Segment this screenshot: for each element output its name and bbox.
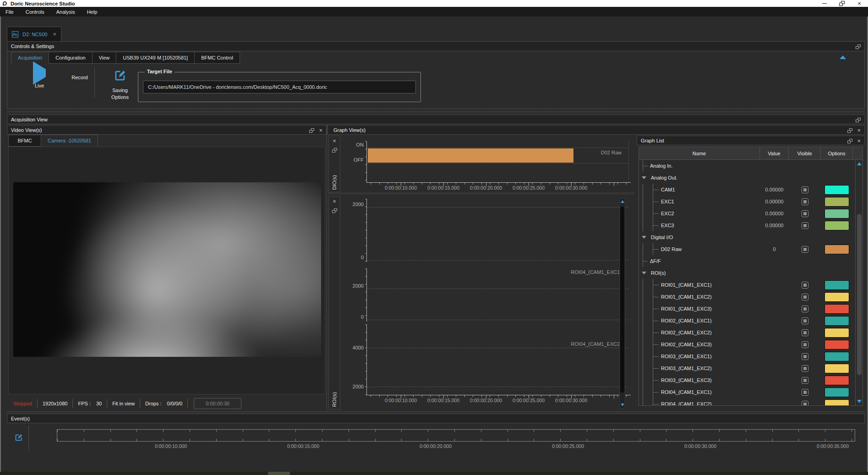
graph-splitter[interactable] xyxy=(328,193,634,195)
graph-list-row[interactable]: Digital I/O xyxy=(639,231,855,243)
saving-options-button[interactable]: Saving Options xyxy=(99,69,141,101)
graph-list-row[interactable]: ROI02_(CAM1_EXC1) xyxy=(639,315,855,327)
color-swatch[interactable] xyxy=(824,292,849,302)
color-swatch[interactable] xyxy=(824,399,849,406)
graph-scrollbar[interactable] xyxy=(619,198,625,409)
document-tab-nc500[interactable]: D2: NC500 × xyxy=(7,27,61,41)
graph-list-row[interactable]: ROI03_(CAM1_EXC2) xyxy=(639,362,855,374)
restore-button[interactable] xyxy=(833,0,851,7)
graph-list-row[interactable]: ROI03_(CAM1_EXC1) xyxy=(639,350,855,362)
color-swatch[interactable] xyxy=(824,328,849,338)
color-swatch[interactable] xyxy=(824,280,849,290)
close-panel-icon[interactable]: × xyxy=(857,127,861,133)
column-header-options[interactable]: Options xyxy=(821,147,853,159)
graph-list-row[interactable]: ROI03_(CAM1_EXC3) xyxy=(639,374,855,386)
close-button[interactable]: × xyxy=(851,0,868,7)
column-header-visible[interactable]: Visible xyxy=(789,147,821,159)
visible-checkbox[interactable] xyxy=(802,198,808,205)
graph-list-row[interactable]: Analog Out. xyxy=(639,172,855,184)
visible-checkbox[interactable] xyxy=(802,329,808,336)
graph-list-row[interactable]: ROI02_(CAM1_EXC3) xyxy=(639,339,855,350)
color-swatch[interactable] xyxy=(824,221,849,230)
scrollbar-thumb[interactable] xyxy=(620,207,624,393)
visible-checkbox[interactable] xyxy=(802,377,808,384)
settings-tab[interactable]: USB39 UX249 M [10520581] xyxy=(116,52,195,64)
settings-tab[interactable]: BFMC Control xyxy=(194,52,240,64)
status-duration-field[interactable]: 0:00:00:30 xyxy=(194,398,241,409)
color-swatch[interactable] xyxy=(824,376,849,385)
color-swatch[interactable] xyxy=(824,185,849,195)
expand-arrow-icon[interactable] xyxy=(642,272,646,274)
graph-list-row[interactable]: ROI(s) xyxy=(639,267,855,279)
color-swatch[interactable] xyxy=(824,352,849,361)
graph-list-row[interactable]: Analog In. xyxy=(639,160,855,172)
visible-checkbox[interactable] xyxy=(802,246,808,253)
graph-list-row[interactable]: EXC3 0.00000 xyxy=(639,219,855,231)
graph-list-row[interactable]: EXC1 0.00000 xyxy=(639,196,855,207)
menu-item[interactable]: Analysis xyxy=(56,9,75,15)
events-timeline[interactable] xyxy=(57,429,855,442)
visible-checkbox[interactable] xyxy=(802,401,808,406)
visible-checkbox[interactable] xyxy=(802,210,808,217)
graph-list-row[interactable]: ROI04_(CAM1_EXC2) xyxy=(639,398,855,405)
graph-list-scrollbar[interactable] xyxy=(855,160,863,405)
scroll-up-icon[interactable] xyxy=(857,162,862,165)
float-panel-icon[interactable] xyxy=(856,118,861,122)
visible-checkbox[interactable] xyxy=(802,341,808,348)
visible-checkbox[interactable] xyxy=(802,365,808,372)
live-button[interactable]: Live xyxy=(26,69,53,88)
scrollbar-thumb[interactable] xyxy=(857,214,862,375)
visible-checkbox[interactable] xyxy=(802,353,808,360)
horizontal-splitter[interactable] xyxy=(7,111,865,113)
graph-list-row[interactable]: ROI04_(CAM1_EXC1) xyxy=(639,386,855,398)
horizontal-splitter[interactable] xyxy=(7,411,865,413)
document-tab-close-icon[interactable]: × xyxy=(53,31,56,38)
status-fit-mode[interactable]: Fit in view xyxy=(112,401,135,406)
color-swatch[interactable] xyxy=(824,364,849,373)
graph-list-row[interactable]: CAM1 0.00000 xyxy=(639,184,855,196)
graph-list-row[interactable]: ΔF/F xyxy=(639,255,855,267)
close-panel-icon[interactable]: × xyxy=(857,138,861,144)
float-panel-icon[interactable] xyxy=(856,44,861,49)
color-swatch[interactable] xyxy=(824,340,849,349)
color-swatch[interactable] xyxy=(824,209,849,218)
visible-checkbox[interactable] xyxy=(802,389,808,396)
color-swatch[interactable] xyxy=(824,316,849,326)
scroll-down-icon[interactable] xyxy=(857,400,862,403)
color-swatch[interactable] xyxy=(824,245,849,254)
visible-checkbox[interactable] xyxy=(802,282,808,289)
scroll-down-icon[interactable] xyxy=(621,404,624,406)
column-header-name[interactable]: Name xyxy=(639,147,760,159)
graph-list-row[interactable]: ROI01_(CAM1_EXC2) xyxy=(639,291,855,303)
visible-checkbox[interactable] xyxy=(802,294,808,300)
graph-list-row[interactable]: ROI01_(CAM1_EXC1) xyxy=(639,279,855,291)
close-panel-icon[interactable]: × xyxy=(319,127,322,133)
color-swatch[interactable] xyxy=(824,388,849,397)
color-swatch[interactable] xyxy=(824,304,849,314)
settings-tab[interactable]: View xyxy=(92,52,117,64)
expand-arrow-icon[interactable] xyxy=(642,176,646,179)
target-file-input[interactable]: C:/Users/MARK11/OneDrive - doriclenses.c… xyxy=(143,81,416,93)
float-subwindow-icon[interactable] xyxy=(332,208,337,213)
float-panel-icon[interactable] xyxy=(847,139,852,143)
graph-list-row[interactable]: EXC2 0.00000 xyxy=(639,207,855,219)
visible-checkbox[interactable] xyxy=(802,306,808,312)
menu-item[interactable]: Help xyxy=(87,9,98,15)
float-panel-icon[interactable] xyxy=(309,128,314,133)
record-button[interactable]: Record xyxy=(65,69,95,80)
menu-item[interactable]: File xyxy=(5,9,14,15)
graph-list-row[interactable]: D02 Raw 0 xyxy=(639,243,855,255)
graph-list-row[interactable]: ROI02_(CAM1_EXC2) xyxy=(639,327,855,339)
menu-item[interactable]: Controls xyxy=(26,9,44,15)
video-tab[interactable]: Camera -10520581 xyxy=(41,135,98,147)
column-header-value[interactable]: Value xyxy=(760,147,789,159)
scroll-up-icon[interactable] xyxy=(621,200,624,203)
expand-arrow-icon[interactable] xyxy=(642,236,646,239)
float-subwindow-icon[interactable] xyxy=(332,148,337,153)
settings-tab[interactable]: Configuration xyxy=(49,52,92,64)
visible-checkbox[interactable] xyxy=(802,317,808,324)
video-tab[interactable]: BFMC xyxy=(8,135,41,147)
visible-checkbox[interactable] xyxy=(802,222,808,229)
graph-list-row[interactable]: ROI01_(CAM1_EXC3) xyxy=(639,303,855,315)
color-swatch[interactable] xyxy=(824,197,849,207)
